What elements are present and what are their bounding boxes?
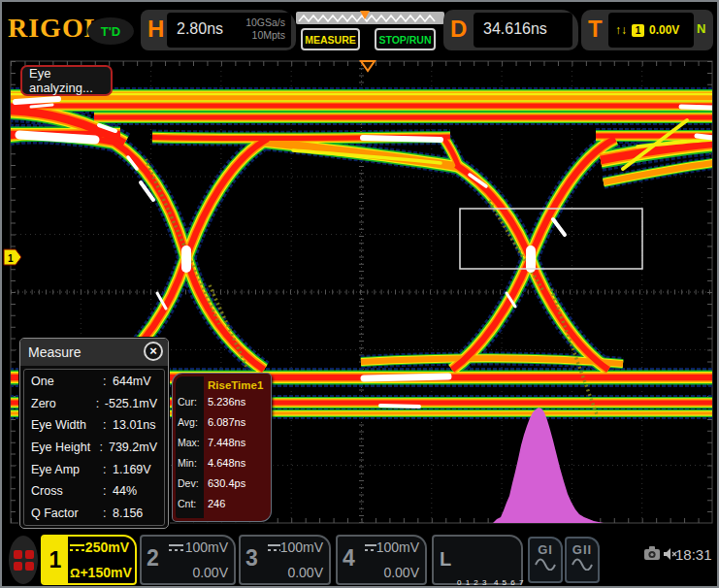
risetime-row: Cur:5.236ns <box>173 391 271 411</box>
measure-row: Zero:-525.1mV <box>24 393 164 415</box>
measure-results-panel[interactable]: Measure × One:644mV Zero:-525.1mV Eye Wi… <box>19 338 169 529</box>
risetime-panel-title: RiseTime1 <box>173 374 271 391</box>
risetime-row: Max:7.448ns <box>173 432 271 452</box>
measure-row: One:644mV <box>24 371 164 393</box>
close-icon[interactable]: × <box>144 342 163 361</box>
histogram-shape <box>493 408 604 523</box>
risetime-row: Cnt:246 <box>173 493 271 513</box>
measure-panel-header[interactable]: Measure × <box>20 339 168 366</box>
risetime-statistics-panel[interactable]: RiseTime1 Cur:5.236ns Avg:6.087ns Max:7.… <box>173 374 271 521</box>
trigger-position-marker[interactable] <box>361 61 375 71</box>
channel1-ground-marker-label: 1 <box>8 253 14 264</box>
rise-time-histogram <box>493 408 604 523</box>
risetime-row: Avg:6.087ns <box>173 411 271 432</box>
eye-analyzing-status: Eye analyzing... <box>20 65 113 96</box>
measure-row: Eye Amp:1.169V <box>24 458 164 480</box>
measure-row: Eye Width:13.01ns <box>24 414 164 437</box>
risetime-row: Dev:630.4ps <box>173 473 271 493</box>
measure-panel-title: Measure <box>28 344 81 360</box>
channel1-ground-marker[interactable]: 1 <box>4 249 21 265</box>
measure-panel-body: One:644mV Zero:-525.1mV Eye Width:13.01n… <box>23 369 165 526</box>
measure-row: Cross:44% <box>24 480 164 503</box>
measure-row: Q Factor:8.156 <box>24 503 164 525</box>
oscilloscope-screen: 1 RIGOL T'D H 2.80ns 10GSa/s 10Mpts MEAS… <box>0 0 719 588</box>
risetime-row: Min:4.648ns <box>173 452 271 473</box>
measure-row: Eye Height:739.2mV <box>24 437 164 459</box>
